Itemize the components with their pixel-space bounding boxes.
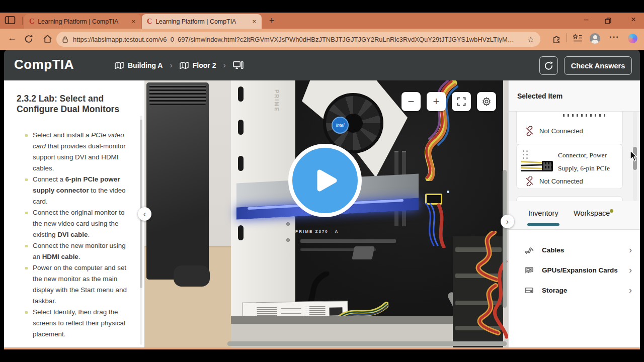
browser-tab-2-active[interactable]: C Learning Platform | CompTIA × — [142, 14, 262, 29]
lock-icon — [62, 36, 68, 43]
instruction-item: Power on the computer and set the new mo… — [25, 262, 144, 307]
inventory-item-label: Storage — [542, 287, 629, 294]
broken-link-icon — [525, 176, 534, 186]
inventory-row-cables[interactable]: Cables › — [508, 240, 640, 260]
collapse-left-panel-button[interactable]: ‹ — [138, 207, 151, 221]
zoom-in-button[interactable]: + — [427, 92, 446, 111]
tab-close-icon[interactable]: × — [130, 18, 137, 25]
home-icon[interactable] — [43, 34, 52, 43]
refresh-icon[interactable] — [24, 34, 34, 44]
bullet-marker — [25, 267, 28, 269]
profile-avatar[interactable] — [590, 33, 600, 44]
close-button[interactable]: × — [627, 15, 640, 25]
url-text: https://labsimapp.testout.com/v6_0_697/s… — [73, 36, 527, 43]
chevron-right-icon[interactable]: › — [629, 285, 632, 296]
new-tab-button[interactable]: + — [267, 16, 277, 26]
case-slot-graphic — [238, 120, 244, 135]
motherboard-label: PRIME Z370 - A — [295, 229, 339, 234]
connector-thumbnail — [521, 159, 554, 173]
reset-lab-button[interactable] — [539, 56, 558, 75]
breadcrumb: Building A › Floor 2 › — [115, 50, 244, 80]
bullet-marker — [25, 311, 28, 314]
chevron-right-icon: › — [506, 218, 509, 226]
check-answers-button[interactable]: Check Answers — [564, 56, 632, 75]
play-button[interactable] — [288, 144, 362, 217]
instructions-scrollbar-thumb[interactable] — [140, 120, 142, 288]
inventory-row-gpus[interactable]: GPUs/Expansion Cards › — [508, 260, 640, 280]
chevron-right-icon[interactable]: › — [629, 245, 632, 255]
extensions-icon[interactable] — [552, 34, 561, 44]
comptia-favicon: C — [29, 18, 34, 25]
monitor-vents-graphic — [149, 85, 206, 105]
status-text: Not Connected — [539, 127, 583, 135]
window-edge-strip — [4, 347, 640, 349]
intel-badge: intel — [332, 117, 349, 134]
breadcrumb-floor[interactable]: Floor 2 — [180, 61, 216, 69]
lab-viewer-canvas[interactable]: PRIME intel PRIME Z370 - A — [144, 80, 508, 347]
drag-handle-icon[interactable] — [523, 150, 528, 159]
case-rail-graphic — [231, 316, 453, 324]
instruction-item: Connect the new monitor using an HDMI ca… — [25, 240, 144, 262]
fullscreen-button[interactable] — [452, 92, 471, 111]
favorites-bar-icon[interactable] — [573, 34, 583, 43]
instruction-text: Connect the new monitor using an HDMI ca… — [33, 240, 132, 262]
collapse-right-panel-button[interactable]: › — [501, 215, 514, 228]
tab-divider — [22, 17, 23, 25]
settings-gear-button[interactable] — [477, 92, 496, 111]
avatar-head — [593, 35, 597, 39]
chevron-right-icon[interactable]: › — [629, 265, 632, 276]
bullet-marker — [25, 134, 28, 137]
case-screw-graphic — [286, 238, 290, 242]
browser-tab-1[interactable]: C Learning Platform | CompTIA × — [24, 14, 141, 29]
instruction-item: Connect a 6-pin PCIe power supply connec… — [25, 174, 144, 207]
viewer-hscrollbar-thumb[interactable] — [227, 341, 507, 346]
breadcrumb-label: Building A — [128, 61, 163, 69]
tab-title: Learning Platform | CompTIA — [155, 18, 247, 25]
tab-inventory[interactable]: Inventory — [528, 209, 558, 217]
instruction-text: Connect the original monitor to the new … — [33, 207, 132, 240]
instruction-item: Select Identify, then drag the screens t… — [25, 307, 144, 340]
map-icon — [115, 61, 124, 69]
restore-button[interactable] — [605, 18, 611, 24]
selected-item-card[interactable]: Connector, Power Supply, 6-pin PCIe Not … — [516, 144, 623, 189]
selected-item-header: Selected Item — [508, 80, 640, 112]
minimize-button[interactable]: – — [580, 15, 593, 24]
instruction-text: Connect a 6-pin PCIe power supply connec… — [33, 174, 132, 207]
workstation-icon[interactable] — [233, 61, 244, 69]
sata-cables-graphic — [446, 231, 508, 347]
tab-workspace[interactable]: Workspace — [574, 209, 610, 217]
favorite-star-icon[interactable]: ☆ — [527, 35, 534, 44]
viewer-vscrollbar-thumb[interactable] — [503, 170, 507, 308]
case-slot-graphic — [238, 86, 244, 102]
status-text: Not Connected — [539, 177, 583, 185]
bullet-marker — [25, 178, 28, 181]
storage-icon — [524, 287, 534, 294]
chipset-heatsink-graphic — [352, 246, 375, 259]
tab-list-icon[interactable] — [5, 16, 18, 26]
tab-close-icon[interactable]: × — [251, 18, 258, 25]
monitor-stand-graphic — [174, 265, 210, 287]
selected-item-list: Not Connected Connector, Power Supply, 6… — [508, 112, 640, 201]
back-icon[interactable]: ← — [6, 33, 18, 43]
connection-status: Not Connected — [525, 176, 583, 186]
address-bar[interactable]: https://labsimapp.testout.com/v6_0_697/s… — [56, 32, 540, 47]
copilot-icon[interactable] — [628, 34, 637, 43]
case-slot-graphic — [238, 156, 244, 171]
instruction-text: Power on the computer and set the new mo… — [33, 262, 132, 307]
broken-link-icon — [525, 126, 534, 136]
tab-title: Learning Platform | CompTIA — [38, 18, 126, 25]
breadcrumb-building[interactable]: Building A — [115, 61, 163, 69]
clipped-text-graphic — [563, 114, 605, 117]
chevron-left-icon: ‹ — [143, 210, 146, 218]
inventory-item-label: Cables — [542, 246, 629, 254]
selected-item-card[interactable] — [516, 196, 623, 201]
instruction-item: Select and install a PCIe video card tha… — [25, 130, 144, 174]
map-icon — [180, 61, 189, 69]
selected-item-card[interactable]: Not Connected — [516, 112, 623, 146]
inventory-row-storage[interactable]: Storage › — [508, 280, 640, 300]
zoom-out-button[interactable]: − — [401, 92, 421, 111]
mouse-cursor — [629, 150, 640, 162]
comptia-favicon: C — [147, 18, 152, 25]
overflow-menu-icon[interactable]: ··· — [607, 32, 622, 42]
instruction-text: Select Identify, then drag the screens t… — [33, 307, 132, 340]
